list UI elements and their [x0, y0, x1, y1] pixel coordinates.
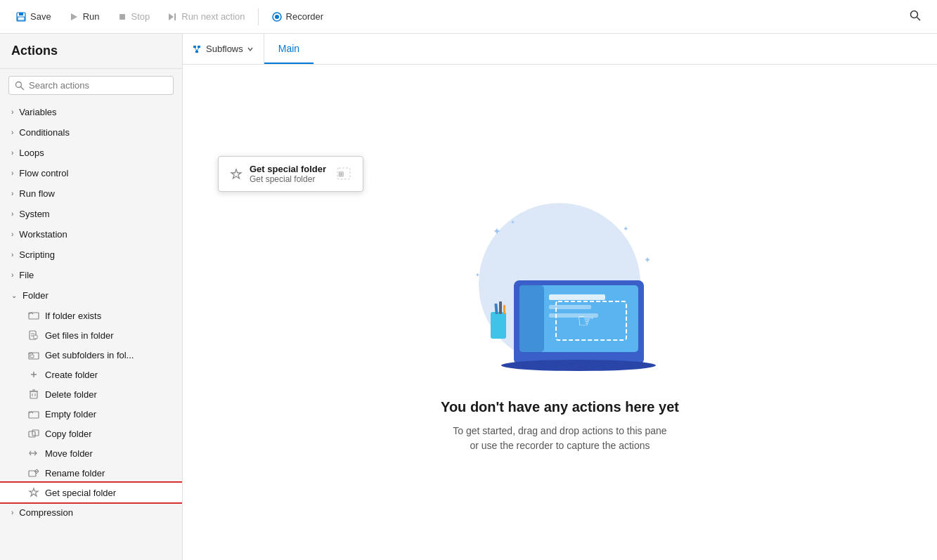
sidebar-subitem-rename-folder[interactable]: Rename folder — [0, 463, 182, 483]
sidebar-subitem-create-folder[interactable]: Create folder — [0, 365, 182, 384]
empty-state-subtitle: To get started, drag and drop actions to… — [453, 424, 666, 453]
sidebar-item-label: Variables — [19, 107, 56, 117]
sidebar-subitem-get-files[interactable]: Get files in folder — [0, 325, 182, 345]
stop-label: Stop — [131, 11, 150, 22]
subitem-label: Empty folder — [45, 409, 96, 419]
subitem-label: Rename folder — [45, 468, 105, 478]
global-search-button[interactable] — [902, 6, 929, 27]
sidebar-item-label: Compression — [19, 507, 73, 518]
recorder-button[interactable]: Recorder — [264, 8, 330, 26]
stop-icon — [117, 11, 128, 22]
sidebar-item-label: Run flow — [19, 188, 55, 199]
move-folder-icon — [28, 448, 39, 459]
sidebar-item-run-flow[interactable]: › Run flow — [0, 183, 182, 204]
subflows-icon — [193, 44, 202, 54]
svg-marker-3 — [71, 13, 77, 20]
svg-line-39 — [197, 48, 199, 51]
sidebar-subitem-if-folder-exists[interactable]: If folder exists — [0, 306, 182, 325]
main-layout: Actions › Variables › Conditionals › — [0, 34, 937, 560]
if-folder-icon — [28, 310, 39, 321]
sidebar-item-label: Flow control — [19, 168, 68, 178]
delete-folder-icon — [28, 389, 39, 400]
copy-folder-icon — [28, 428, 39, 439]
empty-state-illustration: ✦ ✦ ✦ ✦ ✦ ✦ — [447, 200, 672, 382]
sidebar-item-variables[interactable]: › Variables — [0, 102, 182, 122]
sidebar-item-flow-control[interactable]: › Flow control — [0, 163, 182, 183]
svg-rect-53 — [503, 305, 505, 314]
search-input[interactable] — [29, 80, 167, 91]
get-files-icon — [28, 330, 39, 341]
sidebar-item-label: Loops — [19, 148, 44, 158]
svg-rect-56 — [519, 285, 544, 352]
drag-preview[interactable]: Get special folder Get special folder ⊞ — [218, 156, 363, 192]
sidebar-item-workstation[interactable]: › Workstation — [0, 224, 182, 245]
content-area: Subflows Main Get special folder Get spe… — [183, 34, 937, 560]
drag-preview-star-icon — [230, 168, 243, 181]
chevron-right-icon: › — [11, 210, 13, 218]
chevron-right-icon: › — [11, 190, 13, 197]
sidebar-subitem-get-special-folder[interactable]: Get special folder — [0, 483, 182, 502]
search-icon — [15, 81, 25, 91]
subitem-label: Delete folder — [45, 389, 97, 400]
svg-line-10 — [917, 18, 921, 21]
sidebar-item-file[interactable]: › File — [0, 265, 182, 285]
sidebar-subitem-move-folder[interactable]: Move folder — [0, 443, 182, 463]
svg-rect-4 — [119, 14, 125, 20]
svg-rect-57 — [549, 294, 605, 300]
svg-text:☞: ☞ — [577, 310, 595, 332]
svg-text:✦: ✦ — [475, 272, 480, 278]
subitem-label: Copy folder — [45, 429, 91, 439]
svg-rect-22 — [30, 391, 37, 398]
sidebar-item-conditionals[interactable]: › Conditionals — [0, 122, 182, 143]
sidebar-item-compression[interactable]: › Compression — [0, 502, 182, 523]
subitem-label: Get files in folder — [45, 330, 114, 341]
sidebar: Actions › Variables › Conditionals › — [0, 34, 183, 560]
drag-preview-text: Get special folder Get special folder — [250, 164, 326, 184]
sidebar-item-scripting[interactable]: › Scripting — [0, 245, 182, 265]
chevron-down-icon: ⌄ — [11, 292, 17, 299]
subitem-label: If folder exists — [45, 311, 101, 321]
sidebar-subitem-empty-folder[interactable]: Empty folder — [0, 404, 182, 424]
tab-subflows[interactable]: Subflows — [183, 34, 264, 64]
run-button[interactable]: Run — [61, 8, 107, 26]
chevron-right-icon: › — [11, 271, 13, 279]
sidebar-item-folder[interactable]: ⌄ Folder — [0, 285, 182, 306]
svg-point-11 — [16, 82, 22, 87]
sidebar-item-label: Folder — [22, 290, 49, 301]
flow-canvas: Get special folder Get special folder ⊞ … — [183, 65, 937, 560]
svg-rect-17 — [34, 335, 37, 339]
chevron-right-icon: › — [11, 149, 13, 157]
svg-point-62 — [501, 360, 656, 371]
run-label: Run — [83, 11, 100, 22]
tab-bar: Subflows Main — [183, 34, 937, 65]
sidebar-item-system[interactable]: › System — [0, 204, 182, 224]
chevron-right-icon: › — [11, 169, 13, 177]
svg-rect-19 — [30, 355, 34, 358]
sidebar-item-loops[interactable]: › Loops — [0, 143, 182, 163]
svg-marker-34 — [30, 488, 38, 496]
svg-point-8 — [275, 15, 279, 19]
run-next-button[interactable]: Run next action — [160, 8, 252, 26]
stop-button[interactable]: Stop — [110, 8, 157, 26]
sidebar-title: Actions — [0, 34, 182, 69]
sidebar-item-label: Workstation — [19, 229, 67, 240]
svg-text:✦: ✦ — [623, 225, 628, 233]
svg-point-9 — [911, 11, 918, 18]
sidebar-subitem-delete-folder[interactable]: Delete folder — [0, 384, 182, 404]
svg-rect-2 — [18, 17, 25, 20]
cursor-icon: ⊞ — [336, 167, 351, 182]
svg-rect-1 — [19, 13, 23, 15]
tab-main[interactable]: Main — [264, 34, 314, 64]
save-button[interactable]: Save — [8, 8, 58, 26]
get-subfolders-icon — [28, 349, 39, 360]
search-box — [8, 76, 174, 95]
sidebar-subitem-copy-folder[interactable]: Copy folder — [0, 424, 182, 443]
subitem-label: Get subfolders in fol... — [45, 350, 134, 360]
run-icon — [68, 11, 79, 22]
chevron-right-icon: › — [11, 509, 13, 516]
star-icon — [28, 487, 39, 498]
sidebar-subitem-get-subfolders[interactable]: Get subfolders in fol... — [0, 345, 182, 365]
sidebar-item-label: System — [19, 209, 49, 219]
svg-marker-40 — [231, 169, 241, 178]
empty-folder-icon — [28, 408, 39, 419]
